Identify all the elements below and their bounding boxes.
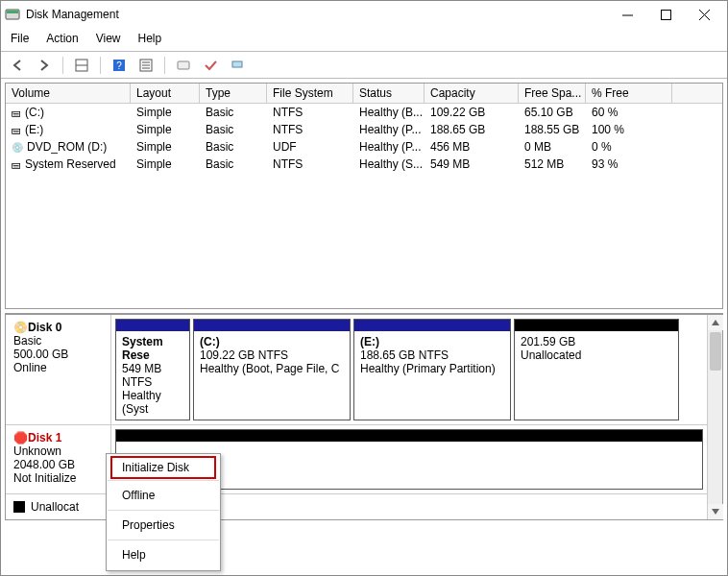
ctx-offline[interactable]: Offline (107, 484, 220, 507)
cell-capacity: 549 MB (425, 156, 519, 173)
disk1-name: Disk 1 (28, 431, 61, 444)
table-body: 🖴(C:)SimpleBasicNTFSHealthy (B...109.22 … (6, 104, 722, 308)
cell-status: Healthy (S... (353, 156, 425, 173)
disk0-partitions: System Rese549 MB NTFSHealthy (Syst(C:)1… (111, 315, 707, 424)
disk-icon-button[interactable] (227, 56, 248, 75)
vertical-scrollbar[interactable] (707, 315, 722, 519)
disk1-status: Not Initialize (13, 471, 103, 485)
cell-capacity: 188.65 GB (425, 121, 519, 138)
ctx-help[interactable]: Help (107, 543, 220, 566)
refresh-icon[interactable] (173, 56, 194, 75)
ctx-separator (108, 510, 219, 511)
col-volume[interactable]: Volume (6, 84, 131, 103)
partition-size: 109.22 GB NTFS (200, 348, 288, 362)
disk0-name: Disk 0 (28, 321, 61, 334)
disk-row-0[interactable]: 📀Disk 0 Basic 500.00 GB Online System Re… (6, 315, 707, 425)
scroll-up-button[interactable] (708, 315, 723, 330)
ctx-separator (108, 540, 219, 540)
svg-rect-15 (232, 61, 242, 67)
menu-view[interactable]: View (94, 30, 123, 47)
table-row[interactable]: 🖴System ReservedSimpleBasicNTFSHealthy (… (6, 156, 722, 173)
menu-file[interactable]: File (9, 30, 31, 47)
table-header: Volume Layout Type File System Status Ca… (6, 84, 722, 104)
col-filesystem[interactable]: File System (267, 84, 353, 103)
svg-rect-1 (7, 11, 18, 13)
partition-bar (354, 320, 510, 331)
cell-filesystem: NTFS (267, 121, 353, 138)
dvd-icon: 💿 (12, 142, 23, 153)
scroll-down-button[interactable] (708, 504, 723, 519)
help-icon[interactable]: ? (109, 56, 130, 75)
view-layout-button[interactable] (71, 56, 92, 75)
disk1-size: 2048.00 GB (13, 458, 103, 471)
legend-black-swatch (13, 501, 25, 513)
window-title: Disk Management (26, 8, 119, 21)
forward-button[interactable] (34, 56, 55, 75)
toolbar-separator (62, 57, 63, 74)
partition-bar (116, 430, 702, 442)
ctx-initialize-disk[interactable]: Initialize Disk (110, 456, 216, 479)
toolbar-separator (164, 57, 165, 74)
partition[interactable]: System Rese549 MB NTFSHealthy (Syst (115, 319, 190, 420)
ctx-properties[interactable]: Properties (107, 514, 220, 537)
settings-list-icon[interactable] (135, 56, 157, 75)
check-icon[interactable] (200, 56, 221, 75)
disk1-info[interactable]: 🛑Disk 1 Unknown 2048.00 GB Not Initializ… (6, 425, 111, 493)
drive-icon: 🖴 (12, 108, 21, 118)
svg-rect-3 (661, 10, 670, 19)
cell-layout: Simple (131, 121, 200, 138)
partition-size: 549 MB NTFS (122, 362, 161, 389)
cell-percent: 100 % (586, 121, 672, 138)
drive-icon: 🖴 (12, 125, 21, 135)
table-row[interactable]: 💿DVD_ROM (D:)SimpleBasicUDFHealthy (P...… (6, 138, 722, 156)
cell-capacity: 109.22 GB (425, 104, 519, 121)
partition-title: (C:) (200, 335, 220, 348)
title-bar: Disk Management (1, 1, 727, 28)
disk-error-icon: 🛑 (13, 431, 28, 444)
partition[interactable]: (C:)109.22 GB NTFSHealthy (Boot, Page Fi… (193, 319, 351, 420)
volume-name: DVD_ROM (D:) (27, 140, 107, 154)
disk0-info[interactable]: 📀Disk 0 Basic 500.00 GB Online (6, 315, 111, 424)
cell-filesystem: NTFS (267, 104, 353, 121)
table-row[interactable]: 🖴(E:)SimpleBasicNTFSHealthy (P...188.65 … (6, 121, 722, 138)
menu-bar: File Action View Help (1, 28, 727, 52)
menu-action[interactable]: Action (44, 30, 80, 47)
col-status[interactable]: Status (353, 84, 425, 103)
partition[interactable]: (E:)188.65 GB NTFSHealthy (Primary Parti… (353, 319, 511, 420)
menu-help[interactable]: Help (136, 30, 164, 47)
ctx-separator (108, 480, 219, 481)
partition-size: 201.59 GB (521, 335, 575, 348)
cell-layout: Simple (131, 156, 200, 173)
cell-type: Basic (200, 121, 267, 138)
app-icon (5, 7, 20, 22)
table-row[interactable]: 🖴(C:)SimpleBasicNTFSHealthy (B...109.22 … (6, 104, 722, 121)
cell-free: 0 MB (519, 138, 586, 156)
close-button[interactable] (685, 3, 723, 26)
back-button[interactable] (7, 56, 28, 75)
cell-filesystem: UDF (267, 138, 353, 156)
disk-icon: 📀 (13, 321, 28, 334)
col-percent[interactable]: % Free (586, 84, 672, 103)
cell-type: Basic (200, 138, 267, 156)
cell-free: 188.55 GB (519, 121, 586, 138)
col-free[interactable]: Free Spa... (519, 84, 586, 103)
cell-capacity: 456 MB (425, 138, 519, 156)
disk1-type: Unknown (13, 444, 103, 458)
maximize-button[interactable] (646, 3, 685, 26)
col-capacity[interactable]: Capacity (425, 84, 519, 103)
cell-free: 512 MB (519, 156, 586, 173)
cell-filesystem: NTFS (267, 156, 353, 173)
minimize-button[interactable] (608, 3, 646, 26)
partition[interactable]: 201.59 GBUnallocated (514, 319, 679, 420)
cell-type: Basic (200, 156, 267, 173)
partition-bar (515, 320, 678, 331)
scroll-thumb[interactable] (710, 332, 721, 371)
cell-layout: Simple (131, 138, 200, 156)
col-layout[interactable]: Layout (131, 84, 200, 103)
drive-icon: 🖴 (12, 159, 21, 170)
svg-text:?: ? (116, 60, 122, 71)
cell-percent: 0 % (586, 138, 672, 156)
toolbar-separator (100, 57, 101, 74)
partition-status: Healthy (Boot, Page File, C (200, 362, 339, 375)
col-type[interactable]: Type (200, 84, 267, 103)
